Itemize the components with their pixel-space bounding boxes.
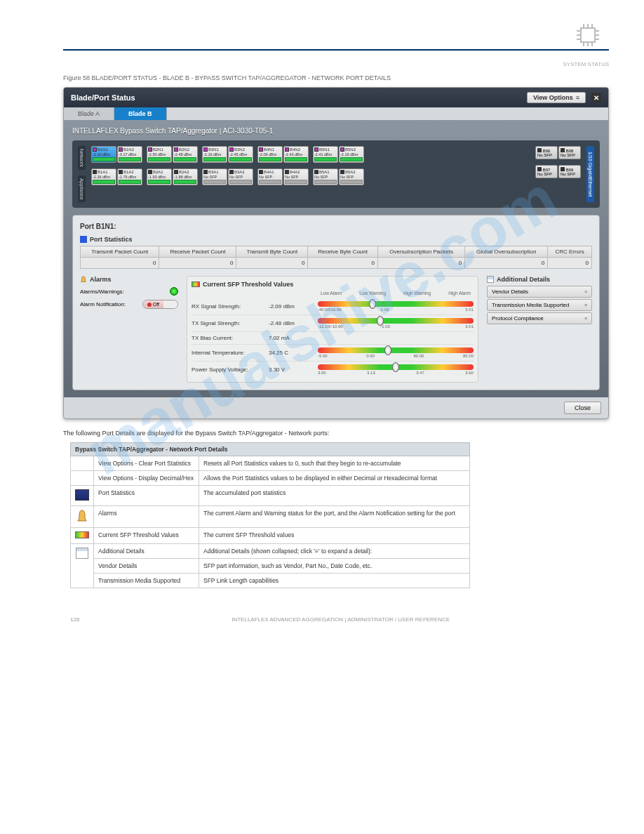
stats-icon — [80, 236, 87, 243]
port-detail-panel: Port B1N1: Port Statistics Transmit Pack… — [72, 215, 600, 390]
desc-table-header: Bypass Switch TAP/Aggregator - Network P… — [71, 443, 470, 456]
description-intro: The following Port Details are displayed… — [63, 430, 609, 437]
stats-col: Transmit Byte Count — [236, 246, 308, 258]
screen-icon — [75, 489, 89, 501]
port-B1N1[interactable]: B1N1-2.10 dBm — [91, 146, 116, 163]
stats-value: 0 — [465, 258, 548, 269]
stats-col: CRC Errors — [548, 246, 592, 258]
desc-row: View Options - Clear Port StatisticsRese… — [71, 456, 470, 471]
figure-caption: Figure 58 BLADE/PORT STATUS - BLADE B - … — [63, 74, 609, 81]
sfp-row: TX Signal Strength:-2.48 dBm-12.20/-10.0… — [192, 315, 474, 331]
port-B09[interactable]: B09No SFP — [558, 165, 581, 178]
port-B4N1[interactable]: B4N1-2.09 dBm — [257, 146, 283, 163]
port-B06[interactable]: B06No SFP — [535, 146, 558, 159]
window-title: Blade/Port Status — [71, 93, 135, 102]
port-B2A2[interactable]: B2A2-1.88 dBm — [173, 168, 198, 185]
port-B3A2[interactable]: B3A2No SFP — [228, 168, 253, 185]
blade-port-status-window: Blade/Port Status View Options≡ ✕ Blade … — [63, 87, 609, 419]
port-B5A1[interactable]: B5A1No SFP — [313, 168, 338, 185]
desc-row: AlarmsThe current Alarm and Warning stat… — [71, 506, 470, 528]
stats-col: Receive Packet Count — [159, 246, 236, 258]
gauge-icon — [192, 282, 200, 287]
additional-detail-item[interactable]: Transmission Media Supported≡ — [487, 299, 592, 311]
svg-rect-0 — [581, 28, 595, 42]
port-B3A1[interactable]: B3A1No SFP — [202, 168, 227, 185]
stats-value: 0 — [159, 258, 236, 269]
additional-details-header: Additional Details — [497, 276, 550, 283]
stats-col: Receive Byte Count — [308, 246, 377, 258]
close-icon[interactable]: ✕ — [591, 93, 601, 102]
port-B5N2[interactable]: B5N2-2.19 dBm — [339, 146, 364, 163]
device-subtitle: INTELLAFLEX Bypass Switch TAP/Aggregator… — [72, 127, 600, 135]
port-B5N1[interactable]: B5N1-2.41 dBm — [313, 146, 338, 163]
chip-icon — [574, 21, 602, 49]
port-B4A1[interactable]: B4A1No SFP — [257, 168, 283, 185]
alarms-header: Alarms — [90, 276, 112, 283]
port-B07[interactable]: B07No SFP — [535, 165, 558, 178]
bell-icon — [76, 510, 88, 522]
port-B2N1[interactable]: B2N1-2.50 dBm — [147, 146, 172, 163]
page-number: 128 — [70, 616, 79, 623]
port-statistics-header: Port Statistics — [90, 236, 133, 243]
tab-blade-b[interactable]: Blade B — [114, 107, 167, 120]
gauge-icon — [75, 531, 89, 538]
stats-col: Global Oversubscription — [465, 246, 548, 258]
port-title: Port B1N1: — [80, 223, 592, 230]
tab-blade-a[interactable]: Blade A — [64, 107, 114, 120]
sfp-row: Power Supply Voltage:3.30 V3.003.133.473… — [192, 361, 474, 378]
port-B08[interactable]: B08No SFP — [558, 146, 581, 159]
stats-col: Oversubscription Packets — [377, 246, 464, 258]
port-B1A1[interactable]: B1A1-2.26 dBm — [91, 168, 116, 185]
sfp-row: Internal Temperature:34.25 C-5.000.0080.… — [192, 344, 474, 361]
alarm-notification-label: Alarm Notification: — [80, 301, 126, 307]
desc-row: Current SFP Threshold ValuesThe current … — [71, 528, 470, 544]
port-B5A2[interactable]: B5A2No SFP — [339, 168, 364, 185]
appliance-row-label: Appliance — [78, 176, 86, 203]
stats-value: 0 — [377, 258, 464, 269]
port-B3N2[interactable]: B3N2-2.45 dBm — [228, 146, 253, 163]
details-icon — [487, 276, 494, 283]
port-B1A2[interactable]: B1A2-1.79 dBm — [117, 168, 142, 185]
close-button[interactable]: Close — [564, 402, 601, 414]
bell-icon — [80, 276, 87, 283]
sfp-threshold-header: Current SFP Threshold Values — [203, 281, 293, 288]
table-icon — [76, 548, 88, 559]
network-row-label: Network — [78, 146, 86, 170]
additional-detail-item[interactable]: Vendor Details≡ — [487, 286, 592, 298]
desc-row: Transmission Media SupportedSFP Link Len… — [71, 574, 470, 588]
port-B2A1[interactable]: B2A1-1.93 dBm — [147, 168, 172, 185]
stats-value: 0 — [236, 258, 308, 269]
desc-row: Vendor DetailsSFP part information, such… — [71, 559, 470, 574]
desc-row: Port StatisticsThe accumulated port stat… — [71, 486, 470, 506]
port-B4N2[interactable]: B4N2-2.43 dBm — [283, 146, 309, 163]
sfp-row: RX Signal Strength:-2.09 dBm-40.00/16.99… — [192, 298, 474, 315]
gig-label: 1/10 GigabitEthernet — [586, 146, 594, 202]
alarm-notification-toggle[interactable]: Off — [142, 300, 178, 309]
port-grid: Network Appliance B1N1-2.10 dBmB1N2-3.17… — [72, 140, 600, 208]
description-table: Bypass Switch TAP/Aggregator - Network P… — [70, 442, 470, 588]
alarm-status-indicator — [170, 287, 178, 296]
additional-detail-item[interactable]: Protocol Compliance≡ — [487, 312, 592, 324]
stats-value: 0 — [308, 258, 377, 269]
stats-col: Transmit Packet Count — [81, 246, 159, 258]
port-B2N2[interactable]: B2N2-2.48 dBm — [173, 146, 198, 163]
alarms-warnings-label: Alarms/Warnings: — [80, 289, 124, 295]
desc-row: Additional DetailsAdditional Details (sh… — [71, 544, 470, 559]
port-B1N2[interactable]: B1N2-3.17 dBm — [117, 146, 142, 163]
footer-title: INTELLAFLEX ADVANCED AGGREGATION | ADMIN… — [232, 616, 450, 623]
desc-row: View Options - Display Decimal/HexAllows… — [71, 471, 470, 486]
port-B3N1[interactable]: B3N1-2.16 dBm — [202, 146, 227, 163]
stats-value: 0 — [81, 258, 159, 269]
port-B4A2[interactable]: B4A2No SFP — [283, 168, 309, 185]
section-header: SYSTEM STATUS — [63, 61, 609, 67]
stats-value: 0 — [548, 258, 592, 269]
sfp-row: TX Bias Current:7.02 mA — [192, 331, 474, 344]
view-options-button[interactable]: View Options≡ — [527, 92, 586, 103]
port-statistics-table: Transmit Packet CountReceive Packet Coun… — [80, 246, 592, 269]
